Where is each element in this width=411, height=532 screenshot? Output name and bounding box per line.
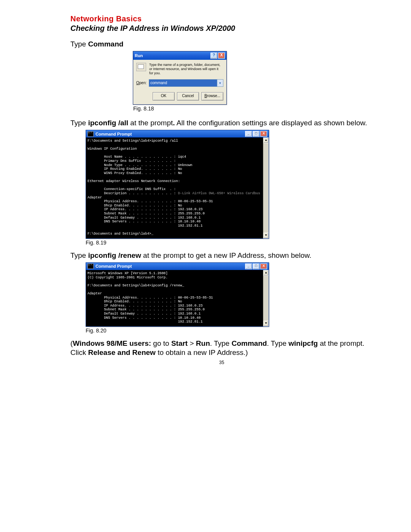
- minimize-button[interactable]: _: [245, 131, 252, 137]
- section-heading: Networking Basics: [70, 14, 373, 23]
- scrollbar[interactable]: ▲ ▼: [263, 270, 269, 326]
- run-dialog: Run ? X Type the name of a program, fold…: [133, 51, 227, 104]
- titlebar-buttons: _ □ X: [245, 264, 267, 269]
- text: Type: [70, 119, 88, 127]
- close-button[interactable]: X: [260, 264, 267, 269]
- command-prompt-window: Command Prompt _ □ X F:\Documents and Se…: [86, 130, 269, 239]
- cmd-titlebar: Command Prompt _ □ X: [86, 263, 269, 270]
- text: All the configuration settings are displ…: [175, 119, 367, 127]
- titlebar-buttons: ? X: [210, 53, 225, 59]
- instruction-ipconfig-all: Type ipconfig /all at the prompt. All th…: [70, 118, 373, 128]
- text: Type: [70, 251, 88, 259]
- figure-caption: Fig. 8.19: [86, 240, 373, 246]
- instruction-type-command: Type Command: [70, 40, 373, 49]
- close-button[interactable]: X: [260, 131, 267, 137]
- text-bold: ipconfig /all: [88, 119, 128, 127]
- run-body: Type the name of a program, folder, docu…: [133, 60, 226, 104]
- close-button[interactable]: X: [218, 53, 225, 59]
- instruction-win98me: (Windows 98/ME users: go to Start > Run.…: [70, 339, 373, 358]
- cmd-title-text: Command Prompt: [96, 264, 132, 268]
- maximize-button[interactable]: □: [253, 264, 260, 269]
- cmd-icon: [88, 131, 94, 137]
- cmd-output: F:\Documents and Settings\lab4>ipconfig …: [86, 137, 263, 238]
- cmd-icon: [88, 264, 94, 269]
- text-bold: ipconfig /renew: [88, 251, 141, 259]
- scrollbar-track[interactable]: [263, 143, 269, 233]
- text: at the prompt to get a new IP Address, s…: [141, 251, 311, 259]
- cancel-button[interactable]: Cancel: [177, 92, 199, 101]
- cmd-title-text: Command Prompt: [96, 132, 132, 136]
- figure-caption: Fig. 8.18: [133, 105, 373, 112]
- document-page: Networking Basics Checking the IP Addres…: [0, 0, 411, 380]
- page-number: 35: [70, 360, 373, 365]
- figure-caption: Fig. 8.20: [86, 328, 373, 334]
- open-label: Open:: [136, 81, 147, 85]
- browse-button[interactable]: Browse...: [201, 92, 223, 101]
- cmd-titlebar: Command Prompt _ □ X: [86, 130, 269, 137]
- help-button[interactable]: ?: [210, 53, 217, 59]
- scroll-up-button[interactable]: ▲: [263, 137, 269, 143]
- scroll-down-button[interactable]: ▼: [263, 321, 269, 326]
- run-description: Type the name of a program, folder, docu…: [149, 63, 223, 75]
- text: Type: [70, 40, 88, 48]
- command-prompt-window: Command Prompt _ □ X Microsoft Windows X…: [86, 262, 269, 327]
- ok-button[interactable]: OK: [153, 92, 175, 101]
- scroll-down-button[interactable]: ▼: [263, 233, 269, 238]
- scroll-up-button[interactable]: ▲: [263, 270, 269, 276]
- scrollbar[interactable]: ▲ ▼: [263, 137, 269, 238]
- run-icon: [136, 63, 146, 71]
- open-input[interactable]: [149, 80, 217, 86]
- run-titlebar: Run ? X: [133, 51, 226, 60]
- run-title-text: Run: [135, 53, 143, 58]
- dropdown-arrow-icon[interactable]: ▾: [217, 80, 223, 86]
- titlebar-buttons: _ □ X: [245, 131, 267, 137]
- text-bold: Command: [88, 40, 123, 48]
- cmd-output: Microsoft Windows XP [Version 5.1.2600] …: [86, 270, 263, 326]
- scrollbar-track[interactable]: [263, 276, 269, 321]
- text: at the prompt: [128, 119, 173, 127]
- maximize-button[interactable]: □: [253, 131, 260, 137]
- section-subheading: Checking the IP Address in Windows XP/20…: [70, 24, 373, 33]
- minimize-button[interactable]: _: [245, 264, 252, 269]
- instruction-ipconfig-renew: Type ipconfig /renew at the prompt to ge…: [70, 251, 373, 260]
- open-combobox[interactable]: ▾: [149, 79, 223, 87]
